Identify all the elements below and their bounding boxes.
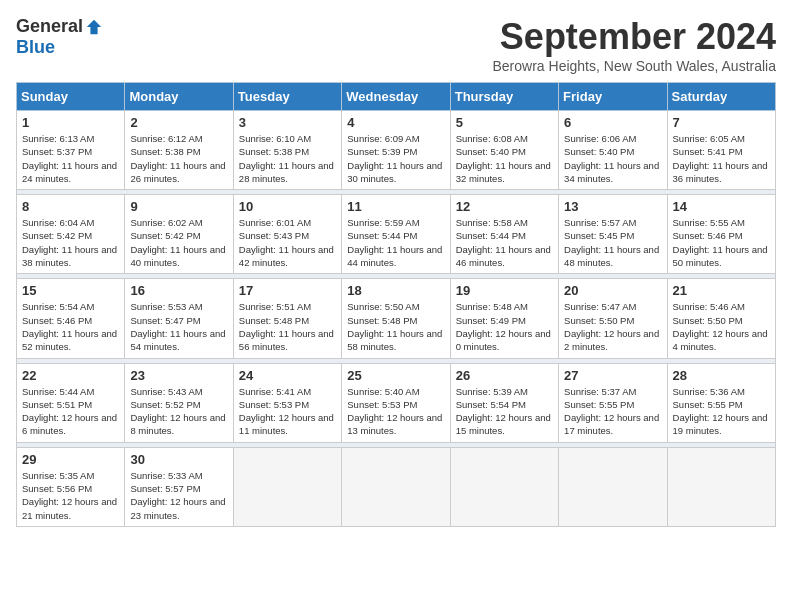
day-info: Sunrise: 5:51 AMSunset: 5:48 PMDaylight:… [239, 300, 336, 353]
day-number: 1 [22, 115, 119, 130]
logo-general-text: General [16, 16, 83, 37]
day-header-monday: Monday [125, 83, 233, 111]
day-number: 14 [673, 199, 770, 214]
day-number: 24 [239, 368, 336, 383]
day-info: Sunrise: 6:01 AMSunset: 5:43 PMDaylight:… [239, 216, 336, 269]
day-info: Sunrise: 6:13 AMSunset: 5:37 PMDaylight:… [22, 132, 119, 185]
day-info: Sunrise: 5:50 AMSunset: 5:48 PMDaylight:… [347, 300, 444, 353]
calendar-row-1: 8Sunrise: 6:04 AMSunset: 5:42 PMDaylight… [17, 195, 776, 274]
calendar-cell: 3Sunrise: 6:10 AMSunset: 5:38 PMDaylight… [233, 111, 341, 190]
day-number: 11 [347, 199, 444, 214]
day-info: Sunrise: 6:02 AMSunset: 5:42 PMDaylight:… [130, 216, 227, 269]
month-title: September 2024 [493, 16, 777, 58]
calendar-cell: 24Sunrise: 5:41 AMSunset: 5:53 PMDayligh… [233, 363, 341, 442]
calendar-cell: 17Sunrise: 5:51 AMSunset: 5:48 PMDayligh… [233, 279, 341, 358]
calendar-cell: 9Sunrise: 6:02 AMSunset: 5:42 PMDaylight… [125, 195, 233, 274]
calendar-row-2: 15Sunrise: 5:54 AMSunset: 5:46 PMDayligh… [17, 279, 776, 358]
logo-icon [85, 18, 103, 36]
calendar-cell [233, 447, 341, 526]
calendar-cell: 27Sunrise: 5:37 AMSunset: 5:55 PMDayligh… [559, 363, 667, 442]
calendar-cell: 5Sunrise: 6:08 AMSunset: 5:40 PMDaylight… [450, 111, 558, 190]
day-number: 28 [673, 368, 770, 383]
page-header: General Blue September 2024 Berowra Heig… [16, 16, 776, 74]
calendar-cell: 8Sunrise: 6:04 AMSunset: 5:42 PMDaylight… [17, 195, 125, 274]
calendar-cell: 23Sunrise: 5:43 AMSunset: 5:52 PMDayligh… [125, 363, 233, 442]
day-info: Sunrise: 5:36 AMSunset: 5:55 PMDaylight:… [673, 385, 770, 438]
day-header-friday: Friday [559, 83, 667, 111]
calendar-cell: 25Sunrise: 5:40 AMSunset: 5:53 PMDayligh… [342, 363, 450, 442]
day-info: Sunrise: 5:35 AMSunset: 5:56 PMDaylight:… [22, 469, 119, 522]
calendar-row-0: 1Sunrise: 6:13 AMSunset: 5:37 PMDaylight… [17, 111, 776, 190]
day-number: 13 [564, 199, 661, 214]
day-number: 6 [564, 115, 661, 130]
calendar-cell: 21Sunrise: 5:46 AMSunset: 5:50 PMDayligh… [667, 279, 775, 358]
logo-blue-text: Blue [16, 37, 55, 58]
day-number: 2 [130, 115, 227, 130]
day-number: 12 [456, 199, 553, 214]
calendar-cell [450, 447, 558, 526]
calendar-cell: 14Sunrise: 5:55 AMSunset: 5:46 PMDayligh… [667, 195, 775, 274]
day-header-wednesday: Wednesday [342, 83, 450, 111]
calendar-cell: 16Sunrise: 5:53 AMSunset: 5:47 PMDayligh… [125, 279, 233, 358]
day-info: Sunrise: 6:12 AMSunset: 5:38 PMDaylight:… [130, 132, 227, 185]
day-info: Sunrise: 5:43 AMSunset: 5:52 PMDaylight:… [130, 385, 227, 438]
calendar-cell [342, 447, 450, 526]
day-number: 4 [347, 115, 444, 130]
day-info: Sunrise: 5:40 AMSunset: 5:53 PMDaylight:… [347, 385, 444, 438]
calendar-cell: 15Sunrise: 5:54 AMSunset: 5:46 PMDayligh… [17, 279, 125, 358]
calendar-cell: 1Sunrise: 6:13 AMSunset: 5:37 PMDaylight… [17, 111, 125, 190]
day-info: Sunrise: 5:41 AMSunset: 5:53 PMDaylight:… [239, 385, 336, 438]
calendar-cell: 29Sunrise: 5:35 AMSunset: 5:56 PMDayligh… [17, 447, 125, 526]
day-number: 30 [130, 452, 227, 467]
day-info: Sunrise: 5:37 AMSunset: 5:55 PMDaylight:… [564, 385, 661, 438]
day-info: Sunrise: 5:44 AMSunset: 5:51 PMDaylight:… [22, 385, 119, 438]
day-info: Sunrise: 5:47 AMSunset: 5:50 PMDaylight:… [564, 300, 661, 353]
calendar-cell: 13Sunrise: 5:57 AMSunset: 5:45 PMDayligh… [559, 195, 667, 274]
day-info: Sunrise: 5:53 AMSunset: 5:47 PMDaylight:… [130, 300, 227, 353]
day-info: Sunrise: 5:33 AMSunset: 5:57 PMDaylight:… [130, 469, 227, 522]
day-number: 19 [456, 283, 553, 298]
day-info: Sunrise: 5:46 AMSunset: 5:50 PMDaylight:… [673, 300, 770, 353]
calendar-cell: 4Sunrise: 6:09 AMSunset: 5:39 PMDaylight… [342, 111, 450, 190]
day-number: 16 [130, 283, 227, 298]
calendar-row-4: 29Sunrise: 5:35 AMSunset: 5:56 PMDayligh… [17, 447, 776, 526]
day-info: Sunrise: 5:54 AMSunset: 5:46 PMDaylight:… [22, 300, 119, 353]
day-info: Sunrise: 5:57 AMSunset: 5:45 PMDaylight:… [564, 216, 661, 269]
day-number: 25 [347, 368, 444, 383]
calendar-cell: 30Sunrise: 5:33 AMSunset: 5:57 PMDayligh… [125, 447, 233, 526]
day-info: Sunrise: 6:08 AMSunset: 5:40 PMDaylight:… [456, 132, 553, 185]
svg-marker-0 [87, 19, 101, 33]
calendar-cell: 2Sunrise: 6:12 AMSunset: 5:38 PMDaylight… [125, 111, 233, 190]
day-number: 22 [22, 368, 119, 383]
day-info: Sunrise: 5:58 AMSunset: 5:44 PMDaylight:… [456, 216, 553, 269]
day-number: 8 [22, 199, 119, 214]
day-number: 17 [239, 283, 336, 298]
day-header-sunday: Sunday [17, 83, 125, 111]
calendar-cell: 6Sunrise: 6:06 AMSunset: 5:40 PMDaylight… [559, 111, 667, 190]
day-info: Sunrise: 6:10 AMSunset: 5:38 PMDaylight:… [239, 132, 336, 185]
day-header-thursday: Thursday [450, 83, 558, 111]
day-number: 20 [564, 283, 661, 298]
day-number: 29 [22, 452, 119, 467]
calendar-cell: 19Sunrise: 5:48 AMSunset: 5:49 PMDayligh… [450, 279, 558, 358]
day-number: 10 [239, 199, 336, 214]
day-info: Sunrise: 6:09 AMSunset: 5:39 PMDaylight:… [347, 132, 444, 185]
calendar-cell: 12Sunrise: 5:58 AMSunset: 5:44 PMDayligh… [450, 195, 558, 274]
day-info: Sunrise: 5:55 AMSunset: 5:46 PMDaylight:… [673, 216, 770, 269]
day-header-saturday: Saturday [667, 83, 775, 111]
calendar-cell: 10Sunrise: 6:01 AMSunset: 5:43 PMDayligh… [233, 195, 341, 274]
calendar-table: SundayMondayTuesdayWednesdayThursdayFrid… [16, 82, 776, 527]
calendar-cell: 22Sunrise: 5:44 AMSunset: 5:51 PMDayligh… [17, 363, 125, 442]
day-number: 27 [564, 368, 661, 383]
day-header-tuesday: Tuesday [233, 83, 341, 111]
calendar-cell: 11Sunrise: 5:59 AMSunset: 5:44 PMDayligh… [342, 195, 450, 274]
calendar-cell: 18Sunrise: 5:50 AMSunset: 5:48 PMDayligh… [342, 279, 450, 358]
day-number: 21 [673, 283, 770, 298]
day-info: Sunrise: 6:06 AMSunset: 5:40 PMDaylight:… [564, 132, 661, 185]
day-number: 7 [673, 115, 770, 130]
day-info: Sunrise: 5:39 AMSunset: 5:54 PMDaylight:… [456, 385, 553, 438]
calendar-header-row: SundayMondayTuesdayWednesdayThursdayFrid… [17, 83, 776, 111]
day-number: 18 [347, 283, 444, 298]
calendar-cell: 20Sunrise: 5:47 AMSunset: 5:50 PMDayligh… [559, 279, 667, 358]
calendar-cell [667, 447, 775, 526]
